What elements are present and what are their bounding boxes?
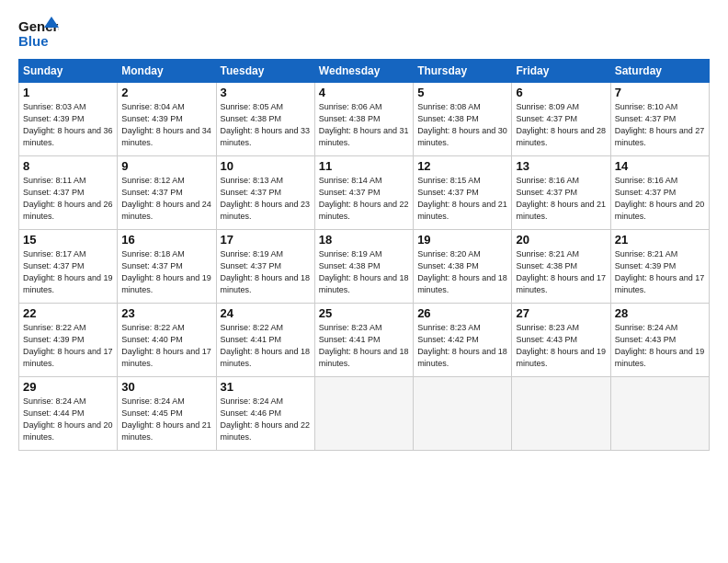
- day-number: 8: [23, 159, 113, 173]
- day-number: 22: [23, 306, 113, 320]
- svg-text:Blue: Blue: [18, 33, 49, 49]
- day-number: 9: [121, 159, 211, 173]
- calendar-cell: 25Sunrise: 8:23 AMSunset: 4:41 PMDayligh…: [314, 304, 413, 377]
- cell-info: Sunrise: 8:09 AMSunset: 4:37 PMDaylight:…: [516, 101, 606, 149]
- cell-info: Sunrise: 8:19 AMSunset: 4:37 PMDaylight:…: [221, 248, 311, 296]
- cell-info: Sunrise: 8:03 AMSunset: 4:39 PMDaylight:…: [23, 101, 113, 149]
- day-number: 7: [615, 86, 705, 99]
- calendar-week-1: 1Sunrise: 8:03 AMSunset: 4:39 PMDaylight…: [19, 83, 710, 156]
- col-header-thursday: Thursday: [414, 60, 512, 83]
- day-number: 10: [221, 159, 311, 173]
- calendar-cell: 10Sunrise: 8:13 AMSunset: 4:37 PMDayligh…: [216, 156, 314, 230]
- header: General Blue: [18, 15, 710, 50]
- calendar-page: General Blue SundayMondayTuesdayWednesda…: [0, 0, 728, 563]
- cell-info: Sunrise: 8:06 AMSunset: 4:38 PMDaylight:…: [319, 101, 409, 149]
- calendar-cell: 6Sunrise: 8:09 AMSunset: 4:37 PMDaylight…: [512, 83, 610, 156]
- day-number: 3: [221, 86, 311, 99]
- day-number: 20: [516, 233, 606, 247]
- cell-info: Sunrise: 8:24 AMSunset: 4:46 PMDaylight:…: [221, 396, 311, 443]
- calendar-week-3: 15Sunrise: 8:17 AMSunset: 4:37 PMDayligh…: [19, 230, 710, 304]
- calendar-cell: 24Sunrise: 8:22 AMSunset: 4:41 PMDayligh…: [216, 304, 314, 377]
- calendar-cell: 16Sunrise: 8:18 AMSunset: 4:37 PMDayligh…: [118, 230, 216, 304]
- day-number: 4: [319, 86, 409, 99]
- col-header-saturday: Saturday: [610, 60, 709, 83]
- calendar-cell: 22Sunrise: 8:22 AMSunset: 4:39 PMDayligh…: [19, 304, 118, 377]
- day-number: 29: [23, 380, 113, 394]
- calendar-cell: 1Sunrise: 8:03 AMSunset: 4:39 PMDaylight…: [19, 83, 118, 156]
- cell-info: Sunrise: 8:11 AMSunset: 4:37 PMDaylight:…: [23, 175, 113, 223]
- calendar-cell: 28Sunrise: 8:24 AMSunset: 4:43 PMDayligh…: [610, 304, 709, 377]
- calendar-cell: 30Sunrise: 8:24 AMSunset: 4:45 PMDayligh…: [118, 377, 216, 451]
- day-number: 25: [319, 306, 409, 320]
- calendar-cell: [414, 377, 512, 451]
- logo: General Blue: [18, 15, 59, 50]
- calendar-cell: 15Sunrise: 8:17 AMSunset: 4:37 PMDayligh…: [19, 230, 118, 304]
- calendar-table: SundayMondayTuesdayWednesdayThursdayFrid…: [18, 59, 710, 451]
- calendar-cell: 4Sunrise: 8:06 AMSunset: 4:38 PMDaylight…: [314, 83, 413, 156]
- calendar-week-4: 22Sunrise: 8:22 AMSunset: 4:39 PMDayligh…: [19, 304, 710, 377]
- day-number: 2: [121, 86, 211, 99]
- day-number: 6: [516, 86, 606, 99]
- day-number: 24: [221, 306, 311, 320]
- cell-info: Sunrise: 8:19 AMSunset: 4:38 PMDaylight:…: [319, 248, 409, 296]
- cell-info: Sunrise: 8:04 AMSunset: 4:39 PMDaylight:…: [121, 101, 211, 149]
- calendar-cell: 31Sunrise: 8:24 AMSunset: 4:46 PMDayligh…: [216, 377, 314, 451]
- calendar-cell: 5Sunrise: 8:08 AMSunset: 4:38 PMDaylight…: [414, 83, 512, 156]
- cell-info: Sunrise: 8:16 AMSunset: 4:37 PMDaylight:…: [615, 175, 705, 223]
- calendar-cell: 14Sunrise: 8:16 AMSunset: 4:37 PMDayligh…: [610, 156, 709, 230]
- day-number: 17: [221, 233, 311, 247]
- calendar-cell: 8Sunrise: 8:11 AMSunset: 4:37 PMDaylight…: [19, 156, 118, 230]
- col-header-wednesday: Wednesday: [314, 60, 413, 83]
- calendar-cell: [314, 377, 413, 451]
- day-number: 15: [23, 233, 113, 247]
- calendar-cell: 26Sunrise: 8:23 AMSunset: 4:42 PMDayligh…: [414, 304, 512, 377]
- cell-info: Sunrise: 8:05 AMSunset: 4:38 PMDaylight:…: [221, 101, 311, 149]
- day-number: 26: [417, 306, 507, 320]
- calendar-body: 1Sunrise: 8:03 AMSunset: 4:39 PMDaylight…: [19, 83, 710, 451]
- calendar-cell: 11Sunrise: 8:14 AMSunset: 4:37 PMDayligh…: [314, 156, 413, 230]
- day-number: 19: [417, 233, 507, 247]
- calendar-cell: 2Sunrise: 8:04 AMSunset: 4:39 PMDaylight…: [118, 83, 216, 156]
- cell-info: Sunrise: 8:23 AMSunset: 4:42 PMDaylight:…: [417, 322, 507, 370]
- col-header-friday: Friday: [512, 60, 610, 83]
- day-number: 5: [417, 86, 507, 99]
- calendar-cell: 29Sunrise: 8:24 AMSunset: 4:44 PMDayligh…: [19, 377, 118, 451]
- cell-info: Sunrise: 8:21 AMSunset: 4:39 PMDaylight:…: [615, 248, 705, 296]
- cell-info: Sunrise: 8:10 AMSunset: 4:37 PMDaylight:…: [615, 101, 705, 149]
- calendar-cell: 13Sunrise: 8:16 AMSunset: 4:37 PMDayligh…: [512, 156, 610, 230]
- day-number: 27: [516, 306, 606, 320]
- cell-info: Sunrise: 8:18 AMSunset: 4:37 PMDaylight:…: [121, 248, 211, 296]
- cell-info: Sunrise: 8:24 AMSunset: 4:45 PMDaylight:…: [121, 396, 211, 443]
- calendar-cell: 27Sunrise: 8:23 AMSunset: 4:43 PMDayligh…: [512, 304, 610, 377]
- cell-info: Sunrise: 8:23 AMSunset: 4:41 PMDaylight:…: [319, 322, 409, 370]
- day-number: 14: [615, 159, 705, 173]
- calendar-header-row: SundayMondayTuesdayWednesdayThursdayFrid…: [19, 60, 710, 83]
- cell-info: Sunrise: 8:24 AMSunset: 4:43 PMDaylight:…: [615, 322, 705, 370]
- col-header-sunday: Sunday: [19, 60, 118, 83]
- calendar-cell: [512, 377, 610, 451]
- day-number: 30: [121, 380, 211, 394]
- cell-info: Sunrise: 8:23 AMSunset: 4:43 PMDaylight:…: [516, 322, 606, 370]
- day-number: 23: [121, 306, 211, 320]
- day-number: 28: [615, 306, 705, 320]
- cell-info: Sunrise: 8:08 AMSunset: 4:38 PMDaylight:…: [417, 101, 507, 149]
- day-number: 21: [615, 233, 705, 247]
- cell-info: Sunrise: 8:20 AMSunset: 4:38 PMDaylight:…: [417, 248, 507, 296]
- calendar-week-5: 29Sunrise: 8:24 AMSunset: 4:44 PMDayligh…: [19, 377, 710, 451]
- cell-info: Sunrise: 8:21 AMSunset: 4:38 PMDaylight:…: [516, 248, 606, 296]
- calendar-cell: 23Sunrise: 8:22 AMSunset: 4:40 PMDayligh…: [118, 304, 216, 377]
- day-number: 1: [23, 86, 113, 99]
- cell-info: Sunrise: 8:15 AMSunset: 4:37 PMDaylight:…: [417, 175, 507, 223]
- calendar-cell: 20Sunrise: 8:21 AMSunset: 4:38 PMDayligh…: [512, 230, 610, 304]
- calendar-cell: 18Sunrise: 8:19 AMSunset: 4:38 PMDayligh…: [314, 230, 413, 304]
- calendar-cell: 17Sunrise: 8:19 AMSunset: 4:37 PMDayligh…: [216, 230, 314, 304]
- calendar-cell: 19Sunrise: 8:20 AMSunset: 4:38 PMDayligh…: [414, 230, 512, 304]
- day-number: 16: [121, 233, 211, 247]
- calendar-cell: [610, 377, 709, 451]
- calendar-cell: 12Sunrise: 8:15 AMSunset: 4:37 PMDayligh…: [414, 156, 512, 230]
- cell-info: Sunrise: 8:12 AMSunset: 4:37 PMDaylight:…: [121, 175, 211, 223]
- cell-info: Sunrise: 8:22 AMSunset: 4:40 PMDaylight:…: [121, 322, 211, 370]
- calendar-cell: 7Sunrise: 8:10 AMSunset: 4:37 PMDaylight…: [610, 83, 709, 156]
- cell-info: Sunrise: 8:22 AMSunset: 4:41 PMDaylight:…: [221, 322, 311, 370]
- col-header-monday: Monday: [118, 60, 216, 83]
